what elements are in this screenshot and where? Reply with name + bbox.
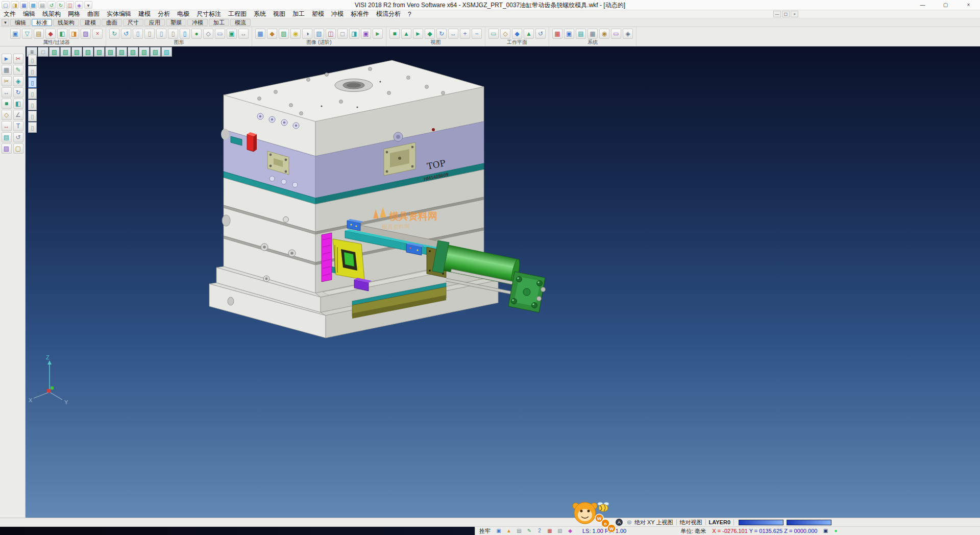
menu-item-surface[interactable]: 曲面: [84, 10, 103, 18]
view-iso-nw-cube-icon[interactable]: ▧: [139, 47, 150, 57]
layer-tool-icon[interactable]: ▤: [2, 132, 12, 142]
online-status-icon[interactable]: ●: [831, 527, 840, 534]
grid-snap-icon[interactable]: ▦: [587, 29, 598, 39]
cylinder-display-4-icon[interactable]: ▯: [168, 29, 178, 39]
zoom-in-icon[interactable]: +: [460, 29, 470, 39]
qa-undo-icon[interactable]: ↺: [47, 1, 56, 9]
view-iso-icon[interactable]: ◆: [425, 29, 435, 39]
cylinder-display-2-icon[interactable]: ▯: [144, 29, 155, 39]
qa-open-icon[interactable]: ◨: [11, 1, 19, 9]
filter-icon[interactable]: ▽: [22, 29, 32, 39]
menu-item-mold[interactable]: 塑模: [308, 10, 328, 18]
material-icon[interactable]: ◆: [267, 29, 277, 39]
redraw-icon[interactable]: ↻: [109, 29, 119, 39]
mask-filter-icon[interactable]: ◨: [69, 29, 79, 39]
sketch-tool-icon[interactable]: ✎: [13, 65, 23, 75]
tab-dimension[interactable]: 尺寸: [123, 19, 143, 26]
menu-item-file[interactable]: 文件: [0, 10, 19, 18]
cylinder-display-3-icon[interactable]: ▯: [156, 29, 166, 39]
element-filter-icon[interactable]: ◧: [57, 29, 67, 39]
filter-all-icon[interactable]: ▯: [28, 122, 37, 133]
workplane-entity-icon[interactable]: ◆: [512, 29, 522, 39]
view-iso-se-cube-icon[interactable]: ▧: [150, 47, 161, 57]
qa-save-icon[interactable]: ▦: [20, 1, 28, 9]
active-layer-label[interactable]: LAYER0: [709, 519, 730, 525]
units-label[interactable]: 单位: 毫米: [680, 527, 706, 535]
system-colors-icon[interactable]: ▦: [552, 29, 562, 39]
qa-save-all-icon[interactable]: ▩: [29, 1, 37, 9]
workplane-view-icon[interactable]: ◇: [500, 29, 510, 39]
tab-edit[interactable]: 编辑: [10, 19, 31, 26]
view-front-icon[interactable]: ■: [389, 29, 400, 39]
select-tool-icon[interactable]: ►: [2, 54, 12, 64]
erase-tool-icon[interactable]: ✂: [13, 54, 23, 64]
modify-tool-icon[interactable]: ◈: [13, 76, 23, 86]
viewport-3d[interactable]: ≡□▧▧▧▧▧▧▧▧▧▧▧ ▯▯▯▯▯▯▯: [26, 46, 980, 518]
shaded-mode-icon[interactable]: ●: [191, 29, 202, 39]
calculator-icon[interactable]: ▭: [611, 29, 621, 39]
undo-tool-icon[interactable]: ↺: [13, 132, 23, 142]
rotate-tool-icon[interactable]: ↻: [13, 87, 23, 98]
workplane-reset-icon[interactable]: ↺: [535, 29, 546, 39]
menu-item-help[interactable]: ?: [404, 11, 415, 18]
mascot[interactable]: W o W: [568, 499, 617, 533]
reflection-icon[interactable]: ◨: [349, 29, 359, 39]
texture-icon[interactable]: ▨: [279, 29, 289, 39]
qa-dropdown-icon[interactable]: ▾: [84, 1, 92, 9]
qa-redo-icon[interactable]: ↻: [57, 1, 65, 9]
dimension-tool-icon[interactable]: ↔: [2, 121, 12, 131]
menu-item-electrode[interactable]: 电极: [174, 10, 193, 18]
menu-item-machining[interactable]: 加工: [289, 10, 308, 18]
view-left-cube-icon[interactable]: ▧: [105, 47, 116, 57]
layer-filter-icon[interactable]: ▤: [34, 29, 44, 39]
capture-status-icon[interactable]: ▲: [505, 527, 513, 534]
menu-item-mesh[interactable]: 网格: [64, 10, 84, 18]
display-status-icon[interactable]: ▣: [495, 527, 503, 534]
maximize-button[interactable]: ▢: [934, 0, 957, 10]
menu-item-drawing[interactable]: 工程图: [225, 10, 250, 18]
zoom-status-icon[interactable]: ◎: [625, 519, 633, 526]
view-dynamic-cube-icon[interactable]: ▧: [161, 47, 172, 57]
filter-solids-icon[interactable]: ▯: [28, 88, 37, 99]
view-mode-label[interactable]: 绝对视图: [680, 519, 702, 526]
cube-status-icon[interactable]: ▧: [556, 527, 564, 534]
text-tool-icon[interactable]: T: [13, 121, 23, 131]
edit-status-icon[interactable]: ✎: [525, 527, 533, 534]
view-axonometric-cube-icon[interactable]: ▧: [49, 47, 60, 57]
zoom-extents-icon[interactable]: ▣: [227, 29, 237, 39]
menu-item-moldflow[interactable]: 模流分析: [373, 10, 404, 18]
render-icon[interactable]: ▦: [255, 29, 265, 39]
current-view-name[interactable]: 绝对 XY 上视图: [634, 519, 673, 526]
surfaces-tool-icon[interactable]: ◧: [13, 99, 23, 109]
open-model-icon[interactable]: ▢: [13, 143, 23, 154]
qa-settings-icon[interactable]: ◈: [75, 1, 83, 9]
mdi-restore-button[interactable]: ▢: [782, 11, 790, 17]
menu-item-system[interactable]: 系统: [250, 10, 270, 18]
qa-new-icon[interactable]: ▢: [2, 1, 10, 9]
pan-icon[interactable]: ↔: [238, 29, 249, 39]
count-status-icon[interactable]: 2: [535, 527, 544, 534]
rotate-view-icon[interactable]: ↻: [436, 29, 447, 39]
section-icon[interactable]: ◫: [326, 29, 336, 39]
filter-surfaces-icon[interactable]: ▯: [28, 77, 37, 88]
tab-standard[interactable]: 标准: [32, 19, 52, 26]
filter-curves-icon[interactable]: ▯: [28, 66, 37, 77]
display-mode-icon[interactable]: □: [38, 47, 48, 57]
entity-info-icon[interactable]: ◉: [599, 29, 609, 39]
zoom-out-icon[interactable]: −: [472, 29, 482, 39]
palette-tool-icon[interactable]: ▨: [2, 143, 12, 154]
snap-settings-icon[interactable]: ▦: [2, 65, 12, 75]
tab-wireframe[interactable]: 线架构: [53, 19, 79, 26]
tab-moldflow[interactable]: 模流: [230, 19, 251, 26]
layers-icon[interactable]: ▤: [576, 29, 586, 39]
menu-item-view[interactable]: 视图: [270, 10, 289, 18]
menu-item-dimension[interactable]: 尺寸标注: [193, 10, 225, 18]
workplane-standard-icon[interactable]: ▭: [488, 29, 499, 39]
view-top-icon[interactable]: ▲: [401, 29, 411, 39]
tab-overflow-caret-icon[interactable]: ▾: [2, 19, 9, 26]
tab-machining[interactable]: 加工: [209, 19, 229, 26]
view-top-cube-icon[interactable]: ▧: [60, 47, 71, 57]
qa-print-icon[interactable]: ▤: [38, 1, 46, 9]
light-icon[interactable]: ◉: [290, 29, 301, 39]
options-icon[interactable]: ◈: [623, 29, 633, 39]
